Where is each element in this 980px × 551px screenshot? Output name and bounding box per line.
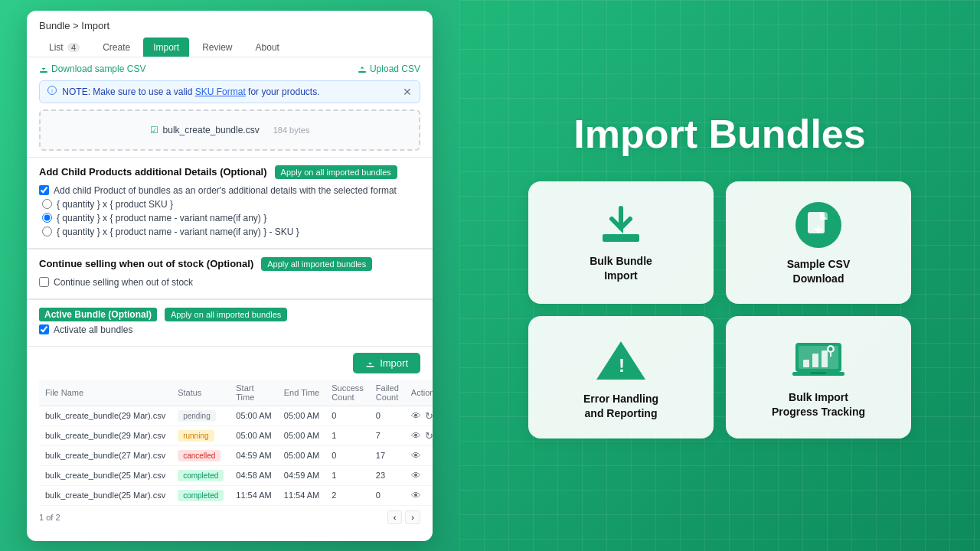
col-action: Action: [405, 380, 433, 406]
pagination-label: 1 of 2: [39, 513, 60, 522]
cell-success-count: 0: [325, 445, 370, 465]
view-action-icon[interactable]: 👁: [411, 410, 421, 422]
col-file-name: File Name: [39, 380, 172, 406]
view-action-icon[interactable]: 👁: [411, 450, 421, 461]
svg-text:!: !: [619, 355, 625, 376]
cell-file-name: bulk_create_bundle(25 Mar).csv: [39, 485, 172, 505]
format-option-1[interactable]: [42, 213, 52, 223]
col-status: Status: [172, 380, 230, 406]
continue-selling-title: Continue selling when out of stock (Opti…: [39, 258, 253, 269]
format-label-2: { quantity } x { product name - variant …: [57, 227, 299, 237]
import-table: File Name Status Start Time End Time Suc…: [39, 380, 433, 506]
cell-end-time: 05:00 AM: [278, 445, 325, 465]
view-action-icon[interactable]: 👁: [411, 470, 421, 481]
continue-selling-checkbox[interactable]: [39, 277, 49, 287]
alert-close-button[interactable]: ✕: [403, 86, 412, 98]
tab-about[interactable]: About: [246, 37, 289, 57]
cell-file-name: bulk_create_bundle(25 Mar).csv: [39, 465, 172, 485]
tab-import[interactable]: Import: [143, 37, 189, 57]
sku-format-link[interactable]: SKU Format: [195, 86, 246, 97]
format-label-1: { quantity } x { product name - variant …: [57, 213, 266, 223]
cell-file-name: bulk_create_bundle(27 Mar).csv: [39, 445, 172, 465]
csv-download-label: Sample CSVDownload: [787, 257, 850, 285]
breadcrumb: Bundle > Import: [27, 11, 433, 31]
svg-point-17: [829, 347, 833, 351]
svg-rect-1: [358, 71, 366, 73]
view-action-icon[interactable]: 👁: [411, 490, 421, 501]
cell-actions: 👁↻: [405, 406, 433, 425]
cell-file-name: bulk_create_bundle(29 Mar).csv: [39, 406, 172, 425]
format-label-0: { quantity } x { product SKU }: [57, 199, 173, 210]
download-csv-button[interactable]: Download sample CSV: [39, 64, 145, 74]
file-size: 184 bytes: [273, 126, 310, 135]
cell-start-time: 04:58 AM: [230, 465, 277, 485]
svg-rect-19: [811, 372, 826, 374]
view-action-icon[interactable]: 👁: [411, 430, 421, 442]
cell-status: pending: [172, 406, 230, 425]
cell-start-time: 05:00 AM: [230, 406, 277, 425]
svg-rect-4: [367, 366, 374, 367]
cell-failed-count: 0: [370, 485, 405, 505]
import-table-container: File Name Status Start Time End Time Suc…: [27, 380, 433, 506]
cell-end-time: 05:00 AM: [278, 425, 325, 445]
alert-text: NOTE: Make sure to use a valid SKU Forma…: [62, 86, 319, 97]
right-panel: Import Bundles Bulk BundleImport: [459, 0, 980, 551]
continue-selling-checkbox-label: Continue selling when out of stock: [54, 277, 193, 288]
feature-card-csv-download: Sample CSVDownload: [726, 181, 911, 304]
left-panel: Bundle > Import List 4 Create Import Rev…: [0, 0, 459, 551]
cell-end-time: 05:00 AM: [278, 406, 325, 425]
active-bundle-section: Active Bundle (Optional) Apply on all im…: [27, 299, 433, 347]
format-option-0[interactable]: [42, 199, 52, 209]
tab-list[interactable]: List 4: [39, 37, 90, 57]
cell-failed-count: 0: [370, 406, 405, 425]
table-footer: 1 of 2 ‹ ›: [27, 506, 433, 529]
col-end-time: End Time: [278, 380, 325, 406]
active-bundle-badge: Active Bundle (Optional): [39, 308, 157, 321]
apply-continue-selling-button[interactable]: Apply all imported bundles: [261, 257, 372, 271]
cell-end-time: 11:54 AM: [278, 485, 325, 505]
child-products-checkbox[interactable]: [39, 185, 49, 195]
refresh-action-icon[interactable]: ↻: [425, 430, 433, 442]
svg-rect-15: [822, 350, 828, 367]
app-window: Bundle > Import List 4 Create Import Rev…: [27, 11, 433, 541]
next-page-button[interactable]: ›: [405, 510, 420, 524]
sku-alert: i NOTE: Make sure to use a valid SKU For…: [39, 80, 420, 103]
tab-create[interactable]: Create: [93, 37, 140, 57]
apply-active-bundle-button[interactable]: Apply on all imported bundles: [165, 308, 287, 321]
refresh-action-icon[interactable]: ↻: [425, 410, 433, 422]
download-icon: [596, 205, 645, 245]
import-button[interactable]: Import: [353, 353, 420, 373]
col-failed-count: Failed Count: [370, 380, 405, 406]
activate-all-label: Activate all bundles: [54, 324, 132, 335]
cell-end-time: 04:59 AM: [278, 465, 325, 485]
cell-status: completed: [172, 485, 230, 505]
apply-child-products-button[interactable]: Apply on all imported bundles: [275, 165, 397, 179]
upload-csv-button[interactable]: Upload CSV: [358, 64, 420, 74]
child-products-checkbox-label: Add child Product of bundles as an order…: [54, 185, 397, 196]
upload-area[interactable]: ☑ bulk_create_bundle.csv 184 bytes: [39, 109, 420, 151]
feature-card-error-handling: ! Error Handlingand Reporting: [528, 316, 714, 439]
format-option-2[interactable]: [42, 227, 52, 236]
bulk-import-label: Bulk BundleImport: [590, 254, 652, 282]
table-row: bulk_create_bundle(29 Mar).csv pending 0…: [39, 406, 433, 425]
col-success-count: Success Count: [325, 380, 370, 406]
feature-card-bulk-import: Bulk BundleImport: [528, 181, 714, 304]
cell-success-count: 1: [325, 465, 370, 485]
cell-status: cancelled: [172, 445, 230, 465]
prev-page-button[interactable]: ‹: [387, 510, 403, 524]
cell-start-time: 04:59 AM: [230, 445, 277, 465]
cell-status: completed: [172, 465, 230, 485]
toolbar: Download sample CSV Upload CSV: [27, 57, 433, 80]
activate-all-checkbox[interactable]: [39, 324, 49, 334]
file-checkbox-icon: ☑: [150, 125, 158, 135]
chart-icon: [792, 338, 844, 381]
svg-rect-13: [803, 360, 809, 367]
file-name: bulk_create_bundle.csv: [163, 125, 260, 135]
cell-start-time: 05:00 AM: [230, 425, 277, 445]
cell-actions: 👁↻⊗: [405, 425, 433, 445]
tab-review[interactable]: Review: [192, 37, 242, 57]
feature-grid: Bulk BundleImport Sample CSVDownload: [528, 181, 911, 439]
csv-icon-circle: [795, 202, 841, 248]
cell-status: running: [172, 425, 230, 445]
continue-selling-section: Continue selling when out of stock (Opti…: [27, 249, 433, 299]
